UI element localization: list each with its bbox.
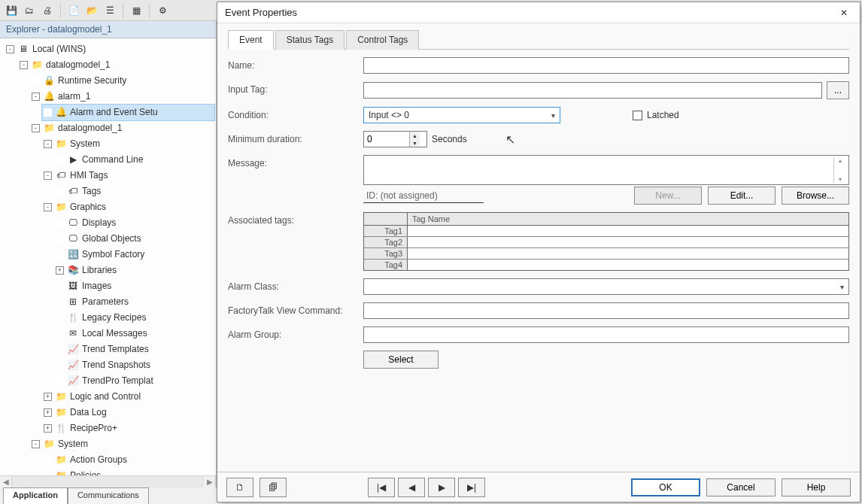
tree-item-label: Images xyxy=(82,279,111,293)
tree-item[interactable]: -🏷HMI Tags xyxy=(42,168,214,184)
expand-icon[interactable]: - xyxy=(32,93,40,101)
tree-item[interactable]: 📈TrendPro Templat xyxy=(54,373,214,389)
tree-item-label: Tags xyxy=(82,184,101,199)
expand-icon[interactable]: - xyxy=(44,203,52,211)
browse-tag-button[interactable]: ... xyxy=(827,81,849,99)
expand-icon[interactable]: + xyxy=(44,393,52,401)
tree-item[interactable]: 🖵Displays xyxy=(54,215,214,231)
tree-item[interactable]: -🔔alarm_1 xyxy=(30,89,214,105)
tree-item[interactable]: 🖼Images xyxy=(54,278,214,294)
expand-icon[interactable]: - xyxy=(44,140,52,148)
spin-up-icon[interactable]: ▲ xyxy=(410,132,420,139)
cancel-button[interactable]: Cancel xyxy=(706,478,775,496)
tab-application[interactable]: Application xyxy=(3,487,68,504)
tree-item[interactable]: 📁Policies xyxy=(42,468,214,475)
tree-item[interactable]: +📁Data Log xyxy=(42,405,214,421)
tree-item[interactable]: -📁datalogmodel_1 xyxy=(18,57,214,73)
next-icon[interactable]: ▶ xyxy=(428,478,455,497)
tree-item[interactable]: 🔔Alarm and Event Setu xyxy=(42,105,214,120)
associated-tags-table[interactable]: Tag Name Tag1Tag2Tag3Tag4 xyxy=(363,212,849,271)
expand-icon[interactable]: - xyxy=(6,45,14,53)
scroll-left-icon[interactable]: ◀ xyxy=(0,476,12,487)
toolbar-print-icon[interactable]: 🖨 xyxy=(39,2,56,19)
alarm-group-input[interactable] xyxy=(363,326,849,343)
condition-combo[interactable]: Input <> 0 ▾ xyxy=(363,107,560,123)
tab-communications[interactable]: Communications xyxy=(68,487,149,504)
tree-item[interactable]: +📚Libraries xyxy=(54,263,214,278)
input-tag-input[interactable] xyxy=(363,82,822,99)
tree-item[interactable]: 🍴Legacy Recipes xyxy=(54,310,214,326)
tree-item[interactable]: 📁Action Groups xyxy=(42,452,214,468)
ok-button[interactable]: OK xyxy=(631,478,700,496)
toolbar-grid-icon[interactable]: ▦ xyxy=(128,2,144,19)
tree-item-label: Logic and Control xyxy=(70,390,141,404)
tree-item[interactable]: ▶Command Line xyxy=(54,152,214,168)
expand-icon[interactable]: - xyxy=(20,61,28,69)
help-button[interactable]: Help xyxy=(782,478,851,496)
toolbar-save-icon[interactable]: 💾 xyxy=(3,2,20,19)
tag-row[interactable]: Tag4 xyxy=(364,260,848,270)
explorer-tree[interactable]: - 🖥 Local (WINS) -📁datalogmodel_1🔒Runtim… xyxy=(0,38,216,475)
duration-input[interactable] xyxy=(364,134,409,144)
new-message-button[interactable]: New... xyxy=(634,187,702,205)
tree-item[interactable]: -📁System xyxy=(42,136,214,152)
browse-message-button[interactable]: Browse... xyxy=(782,187,849,205)
last-icon[interactable]: ▶| xyxy=(458,478,485,497)
expand-icon[interactable]: - xyxy=(32,124,40,132)
explorer-hscroll[interactable]: ◀ ▶ xyxy=(0,475,216,487)
prev-icon[interactable]: ◀ xyxy=(398,478,425,497)
tree-item[interactable]: ✉Local Messages xyxy=(54,326,214,342)
expand-icon[interactable]: + xyxy=(56,266,64,275)
ft-command-input[interactable] xyxy=(363,302,849,319)
message-textarea[interactable] xyxy=(367,157,833,183)
tag-row-cell[interactable] xyxy=(408,237,848,247)
close-icon[interactable]: ✕ xyxy=(833,5,855,21)
tab-event[interactable]: Event xyxy=(228,30,274,50)
scroll-up-icon[interactable]: ▴ xyxy=(834,157,845,164)
toolbar-list-icon[interactable]: ☰ xyxy=(102,2,118,19)
tree-item[interactable]: -📁System xyxy=(30,436,214,452)
tag-row-cell[interactable] xyxy=(408,226,848,236)
expand-icon[interactable]: - xyxy=(32,440,40,448)
tag-row[interactable]: Tag2 xyxy=(364,237,848,248)
spin-down-icon[interactable]: ▼ xyxy=(410,139,420,147)
tree-item[interactable]: 🔣Symbol Factory xyxy=(54,247,214,263)
toolbar-new-icon[interactable]: 📄 xyxy=(65,2,82,19)
tag-row-cell[interactable] xyxy=(408,260,848,270)
expand-icon[interactable]: + xyxy=(44,408,52,417)
tree-item[interactable]: +🍴RecipePro+ xyxy=(42,421,214,436)
tab-status-tags[interactable]: Status Tags xyxy=(275,30,344,50)
scroll-right-icon[interactable]: ▶ xyxy=(204,476,216,487)
tree-root[interactable]: - 🖥 Local (WINS) xyxy=(5,41,214,57)
tree-item[interactable]: 🖵Global Objects xyxy=(54,231,214,247)
tree-item-icon: 🔔 xyxy=(55,108,67,118)
scroll-down-icon[interactable]: ▾ xyxy=(834,176,845,183)
toolbar-saveall-icon[interactable]: 🗂 xyxy=(21,2,38,19)
tree-item-icon: 📈 xyxy=(67,376,79,387)
tag-row[interactable]: Tag1 xyxy=(364,226,848,237)
toolbar-open-icon[interactable]: 📂 xyxy=(83,2,100,19)
tag-row[interactable]: Tag3 xyxy=(364,248,848,260)
latched-checkbox[interactable] xyxy=(633,111,642,120)
edit-message-button[interactable]: Edit... xyxy=(708,187,775,205)
expand-icon[interactable]: - xyxy=(44,172,52,180)
name-input[interactable] xyxy=(363,57,849,74)
alarm-class-combo[interactable]: ▾ xyxy=(363,278,849,295)
copy-record-icon[interactable]: 🗐 xyxy=(260,478,287,497)
tree-item[interactable]: +📁Logic and Control xyxy=(42,389,214,405)
tree-item[interactable]: 🔒Runtime Security xyxy=(30,73,214,89)
tree-item[interactable]: 📈Trend Snapshots xyxy=(54,357,214,373)
select-button[interactable]: Select xyxy=(363,351,439,369)
tree-item[interactable]: -📁datalogmodel_1 xyxy=(30,120,214,136)
toolbar-misc-icon[interactable]: ⚙ xyxy=(154,2,171,19)
tree-item[interactable]: -📁Graphics xyxy=(42,199,214,215)
tab-control-tags[interactable]: Control Tags xyxy=(346,30,419,50)
duration-spinner[interactable]: ▲ ▼ xyxy=(363,131,427,147)
tree-item[interactable]: 📈Trend Templates xyxy=(54,342,214,357)
tree-item[interactable]: 🏷Tags xyxy=(54,184,214,199)
tag-row-cell[interactable] xyxy=(408,248,848,259)
expand-icon[interactable]: + xyxy=(44,424,52,433)
new-record-icon[interactable]: 🗋 xyxy=(226,478,253,497)
tree-item[interactable]: ⊞Parameters xyxy=(54,294,214,310)
first-icon[interactable]: |◀ xyxy=(368,478,395,497)
